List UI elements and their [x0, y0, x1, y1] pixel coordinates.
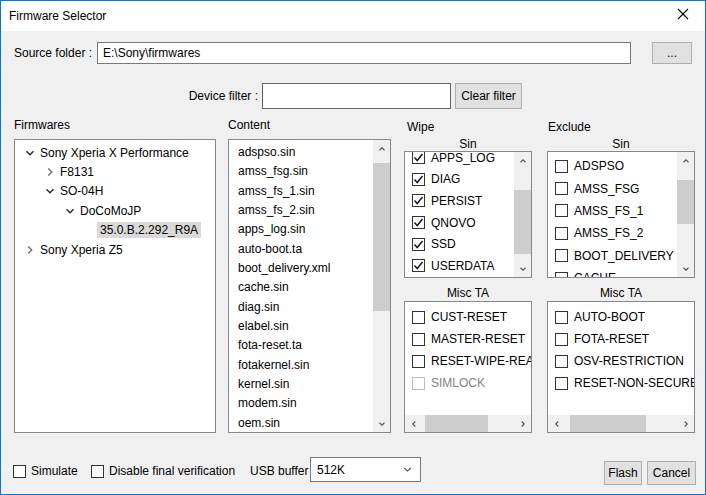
checkbox-icon[interactable] — [555, 160, 568, 173]
chevron-right-icon[interactable] — [22, 242, 37, 257]
content-item-oem-sin[interactable]: oem.sin — [229, 414, 390, 433]
tree-item-35-0-b-2-292-r9a[interactable]: 35.0.B.2.292_R9A — [15, 221, 215, 240]
checkbox-icon[interactable] — [412, 311, 425, 324]
content-item-elabel-sin[interactable]: elabel.sin — [229, 317, 390, 336]
checkbox-icon[interactable] — [412, 194, 425, 207]
tree-item-label[interactable]: F8131 — [57, 164, 97, 180]
exclude-sin-scrollbar[interactable] — [677, 152, 694, 277]
exclude-misc-fota-reset-checkbox[interactable]: FOTA-RESET — [548, 328, 694, 350]
source-folder-input[interactable] — [97, 42, 631, 64]
checkbox-icon[interactable] — [555, 227, 568, 240]
tree-item-sony-xperia-x-performance[interactable]: Sony Xperia X Performance — [15, 143, 215, 162]
content-item-amss-fs-1-sin[interactable]: amss_fs_1.sin — [229, 182, 390, 201]
wipe-sin-persist-checkbox[interactable]: PERSIST — [405, 190, 531, 212]
chevron-down-icon[interactable] — [42, 184, 57, 199]
tree-item-label[interactable]: Sony Xperia Z5 — [37, 242, 126, 258]
tree-item-label[interactable]: 35.0.B.2.292_R9A — [97, 222, 201, 238]
scroll-up-icon[interactable] — [373, 140, 390, 157]
content-item-auto-boot-ta[interactable]: auto-boot.ta — [229, 240, 390, 259]
exclude-sin-amss-fs-1-checkbox[interactable]: AMSS_FS_1 — [548, 200, 694, 222]
wipe-sin-userdata-checkbox[interactable]: USERDATA — [405, 255, 531, 277]
checkbox-icon[interactable] — [555, 204, 568, 217]
clear-filter-button[interactable]: Clear filter — [455, 83, 522, 109]
scroll-right-icon[interactable] — [514, 415, 531, 432]
exclude-misc-reset-non-secure-adb-checkbox[interactable]: RESET-NON-SECURE-ADB — [548, 372, 694, 394]
scroll-down-icon[interactable] — [373, 415, 390, 432]
wipe-sin-qnovo-checkbox[interactable]: QNOVO — [405, 212, 531, 234]
scrollbar-thumb[interactable] — [570, 415, 646, 432]
exclude-sin-amss-fs-2-checkbox[interactable]: AMSS_FS_2 — [548, 222, 694, 244]
checkbox-icon[interactable] — [555, 249, 568, 262]
tree-item-label[interactable]: Sony Xperia X Performance — [37, 145, 192, 161]
tree-item-f8131[interactable]: F8131 — [15, 162, 215, 181]
checkbox-icon[interactable] — [412, 173, 425, 186]
content-item-boot-delivery-xml[interactable]: boot_delivery.xml — [229, 259, 390, 278]
wipe-misc-cust-reset-checkbox[interactable]: CUST-RESET — [405, 306, 531, 328]
content-item-fota-reset-ta[interactable]: fota-reset.ta — [229, 336, 390, 355]
wipe-sin-ssd-checkbox[interactable]: SSD — [405, 233, 531, 255]
simulate-checkbox[interactable]: Simulate — [13, 462, 78, 480]
checkbox-icon[interactable] — [412, 333, 425, 346]
cancel-button[interactable]: Cancel — [647, 461, 696, 485]
checkbox-icon[interactable] — [91, 465, 104, 478]
content-list[interactable]: adspso.sinamss_fsg.sinamss_fs_1.sinamss_… — [228, 139, 391, 433]
checkbox-icon[interactable] — [555, 311, 568, 324]
scroll-up-icon[interactable] — [514, 152, 531, 169]
close-button[interactable] — [660, 1, 705, 30]
wipe-sin-apps-log-checkbox[interactable]: APPS_LOG — [405, 151, 531, 169]
wipe-misc-ta-list[interactable]: CUST-RESETMASTER-RESETRESET-WIPE-REASONS… — [404, 301, 532, 433]
checkbox-icon[interactable] — [555, 272, 568, 278]
checkbox-icon[interactable] — [555, 377, 568, 390]
content-item-cache-sin[interactable]: cache.sin — [229, 278, 390, 297]
content-item-amss-fsg-sin[interactable]: amss_fsg.sin — [229, 162, 390, 181]
firmwares-tree[interactable]: Sony Xperia X PerformanceF8131SO-04HDoCo… — [14, 139, 216, 433]
scroll-left-icon[interactable] — [548, 415, 565, 432]
scroll-down-icon[interactable] — [677, 260, 694, 277]
tree-item-label[interactable]: SO-04H — [57, 183, 106, 199]
wipe-sin-list[interactable]: APPS_LOGDIAGPERSISTQNOVOSSDUSERDATA — [404, 151, 532, 278]
usb-buffer-select[interactable]: 512K — [310, 457, 421, 482]
exclude-sin-amss-fsg-checkbox[interactable]: AMSS_FSG — [548, 177, 694, 199]
wipe-misc-master-reset-checkbox[interactable]: MASTER-RESET — [405, 328, 531, 350]
chevron-down-icon[interactable] — [22, 145, 37, 160]
exclude-sin-boot-delivery-checkbox[interactable]: BOOT_DELIVERY — [548, 245, 694, 267]
scrollbar-thumb[interactable] — [425, 415, 488, 432]
content-item-fotakernel-sin[interactable]: fotakernel.sin — [229, 356, 390, 375]
exclude-sin-adspso-checkbox[interactable]: ADSPSO — [548, 155, 694, 177]
device-filter-input[interactable] — [262, 83, 451, 109]
tree-item-docomojp[interactable]: DoCoMoJP — [15, 201, 215, 220]
wipe-misc-reset-wipe-reason-checkbox[interactable]: RESET-WIPE-REASON — [405, 350, 531, 372]
browse-button[interactable]: ... — [652, 42, 692, 64]
exclude-misc-osv-restriction-checkbox[interactable]: OSV-RESTRICTION — [548, 350, 694, 372]
content-item-kernel-sin[interactable]: kernel.sin — [229, 375, 390, 394]
disable-final-verification-checkbox[interactable]: Disable final verification — [91, 462, 235, 480]
exclude-sin-list[interactable]: ADSPSOAMSS_FSGAMSS_FS_1AMSS_FS_2BOOT_DEL… — [547, 151, 695, 278]
exclude-misc-auto-boot-checkbox[interactable]: AUTO-BOOT — [548, 306, 694, 328]
checkbox-icon[interactable] — [555, 182, 568, 195]
tree-item-label[interactable]: DoCoMoJP — [77, 203, 144, 219]
chevron-right-icon[interactable] — [42, 165, 57, 180]
scroll-down-icon[interactable] — [514, 260, 531, 277]
flash-button[interactable]: Flash — [604, 461, 642, 485]
wipe-sin-diag-checkbox[interactable]: DIAG — [405, 169, 531, 191]
checkbox-icon[interactable] — [555, 333, 568, 346]
checkbox-icon[interactable] — [412, 151, 425, 164]
exclude-misc-scrollbar[interactable] — [548, 415, 694, 432]
checkbox-icon[interactable] — [412, 259, 425, 272]
scroll-up-icon[interactable] — [677, 152, 694, 169]
scrollbar-thumb[interactable] — [677, 180, 694, 224]
content-item-adspso-sin[interactable]: adspso.sin — [229, 143, 390, 162]
chevron-down-icon[interactable] — [62, 203, 77, 218]
scroll-left-icon[interactable] — [405, 415, 422, 432]
content-item-amss-fs-2-sin[interactable]: amss_fs_2.sin — [229, 201, 390, 220]
checkbox-icon[interactable] — [412, 216, 425, 229]
tree-item-sony-xperia-z5[interactable]: Sony Xperia Z5 — [15, 240, 215, 259]
scrollbar-thumb[interactable] — [514, 190, 531, 254]
wipe-misc-scrollbar[interactable] — [405, 415, 531, 432]
exclude-misc-ta-list[interactable]: AUTO-BOOTFOTA-RESETOSV-RESTRICTIONRESET-… — [547, 301, 695, 433]
content-item-diag-sin[interactable]: diag.sin — [229, 298, 390, 317]
checkbox-icon[interactable] — [412, 238, 425, 251]
scroll-right-icon[interactable] — [677, 415, 694, 432]
scrollbar-thumb[interactable] — [373, 163, 390, 311]
tree-item-so-04h[interactable]: SO-04H — [15, 182, 215, 201]
